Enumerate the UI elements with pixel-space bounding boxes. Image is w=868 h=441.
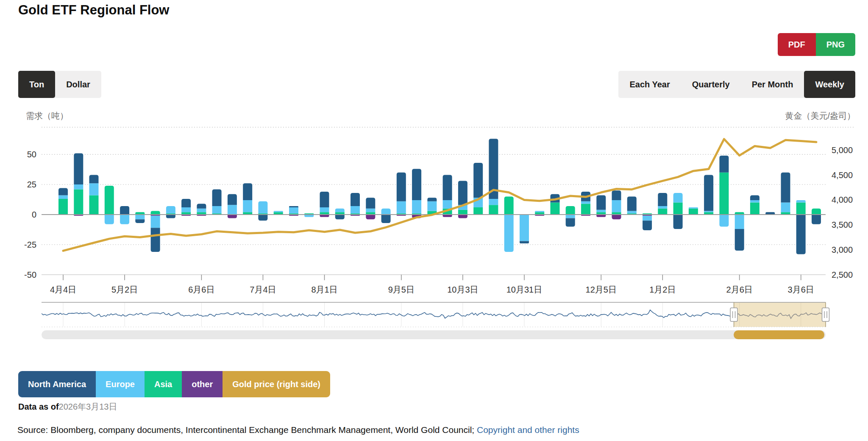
x-axis-label: 5月2日 <box>111 285 138 294</box>
bar-segment <box>366 209 375 212</box>
right-axis-tick-label: 4,000 <box>832 195 853 204</box>
bar-segment <box>289 206 298 207</box>
bar-segment <box>443 175 452 200</box>
bar-segment <box>535 211 544 212</box>
bar-segment <box>397 173 406 201</box>
bar-segment <box>520 241 529 243</box>
bar-segment <box>351 206 360 213</box>
bar-segment <box>151 228 160 252</box>
bar-segment <box>166 206 175 213</box>
bar-segment <box>258 215 267 220</box>
bar-segment <box>643 216 652 220</box>
bar-segment <box>658 209 667 215</box>
bar-segment <box>689 209 698 215</box>
navigator-series-line <box>42 310 825 318</box>
legend-item-europe[interactable]: Europe <box>96 371 145 397</box>
left-axis-tick-label: 50 <box>27 150 36 159</box>
bar-segment <box>458 181 467 205</box>
bar-segment <box>228 194 237 205</box>
bar-segment <box>151 216 160 228</box>
bar-segment <box>735 229 744 251</box>
tab-per-month[interactable]: Per Month <box>741 71 804 98</box>
bar-segment <box>458 210 467 215</box>
bar-segment <box>74 153 83 184</box>
bar-segment <box>243 183 252 200</box>
bar-segment <box>351 193 360 206</box>
bar-segment <box>212 206 222 213</box>
bar-segment <box>658 206 667 209</box>
bar-segment <box>320 207 329 212</box>
left-axis-tick-label: -50 <box>24 270 36 279</box>
unit-toggle: TonDollar <box>18 71 101 98</box>
bar-segment <box>627 211 637 214</box>
x-axis-label: 4月4日 <box>50 285 76 294</box>
bar-segment <box>427 201 437 211</box>
bar-segment <box>504 197 514 215</box>
navigator-scrollbar-thumb[interactable] <box>734 330 824 339</box>
x-axis-label: 12月5日 <box>586 285 617 294</box>
tab-each-year[interactable]: Each Year <box>618 71 681 98</box>
bar-segment <box>520 215 529 241</box>
bar-segment <box>58 195 68 199</box>
navigator-selected-range[interactable] <box>734 302 826 327</box>
tab-quarterly[interactable]: Quarterly <box>681 71 741 98</box>
bar-segment <box>612 215 621 219</box>
toggle-dollar[interactable]: Dollar <box>55 71 101 98</box>
legend-item-north-america[interactable]: North America <box>18 371 96 397</box>
bar-segment <box>612 190 621 200</box>
gold-price-line <box>63 139 816 251</box>
x-axis-label: 7月4日 <box>250 285 276 294</box>
bar-segment <box>258 201 267 213</box>
legend-item-other[interactable]: other <box>182 371 223 397</box>
bar-segment <box>458 215 467 218</box>
bar-segment <box>489 205 498 215</box>
toggle-ton[interactable]: Ton <box>18 71 55 98</box>
bar-segment <box>627 197 637 211</box>
source-text: Source: Bloomberg, company documents, In… <box>17 425 477 435</box>
bar-segment <box>443 200 452 209</box>
export-pdf-button[interactable]: PDF <box>778 33 816 56</box>
bar-segment <box>412 169 421 200</box>
bar-segment <box>243 200 252 212</box>
bar-segment <box>366 215 375 219</box>
right-axis-title: 黄金（美元/盎司） <box>785 110 855 122</box>
bar-segment <box>89 183 99 195</box>
bar-segment <box>58 199 68 215</box>
bar-segment <box>735 215 744 229</box>
bar-segment <box>612 200 621 212</box>
bar-segment <box>489 199 498 205</box>
bar-segment <box>228 205 237 215</box>
bar-segment <box>289 207 298 213</box>
bar-segment <box>135 219 145 223</box>
bar-segment <box>74 184 83 189</box>
bar-segment <box>166 215 175 218</box>
bar-segment <box>750 200 760 203</box>
export-png-button[interactable]: PNG <box>816 33 855 56</box>
bar-segment <box>335 215 345 219</box>
legend-item-asia[interactable]: Asia <box>145 371 182 397</box>
tab-weekly[interactable]: Weekly <box>804 71 855 98</box>
bar-segment <box>105 186 114 215</box>
bar-segment <box>551 203 560 215</box>
x-axis-label: 3月6日 <box>788 285 814 294</box>
bar-segment <box>427 198 437 201</box>
bar-segment <box>397 201 406 213</box>
bar-segment <box>335 209 345 212</box>
bar-segment <box>228 215 237 218</box>
legend-item-gold-price-right-side-[interactable]: Gold price (right side) <box>223 371 330 397</box>
copyright-link[interactable]: Copyright and other rights <box>477 425 579 435</box>
bar-segment <box>796 200 806 203</box>
bar-segment <box>381 209 391 215</box>
right-axis-tick-label: 3,500 <box>832 220 853 229</box>
x-axis-label: 9月5日 <box>388 285 415 294</box>
navigator-scrollbar-track[interactable] <box>42 330 826 339</box>
bar-segment <box>58 188 68 195</box>
bar-segment <box>689 207 698 209</box>
bar-segment <box>89 175 99 183</box>
bar-segment <box>504 215 514 252</box>
right-axis-tick-label: 4,500 <box>832 170 853 180</box>
bar-segment <box>274 211 283 212</box>
navigator-handle-left[interactable] <box>730 308 737 321</box>
navigator-handle-right[interactable] <box>822 308 829 321</box>
bar-segment <box>135 215 145 219</box>
